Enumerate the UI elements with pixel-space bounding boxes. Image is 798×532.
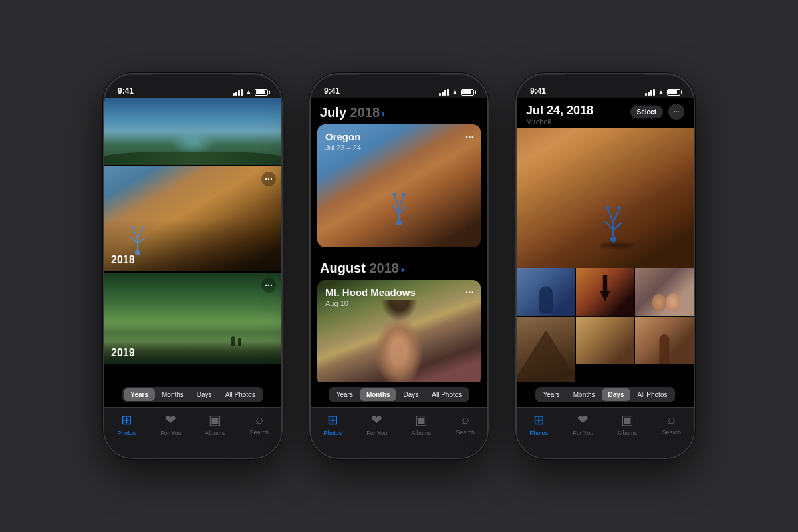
battery-icon-2 bbox=[461, 89, 474, 96]
seg-years-2[interactable]: Years bbox=[330, 388, 360, 401]
svg-line-2 bbox=[130, 237, 138, 243]
tab-photos-2[interactable]: ⊞ Photos bbox=[311, 412, 355, 436]
screen-years: 2018 ··· 2019 ··· Years Months Days bbox=[104, 98, 281, 458]
seg-allphotos-3[interactable]: All Photos bbox=[630, 388, 674, 401]
svg-point-14 bbox=[393, 193, 396, 196]
seg-years-1[interactable]: Years bbox=[124, 388, 155, 401]
seg-days-3[interactable]: Days bbox=[602, 388, 631, 401]
svg-point-7 bbox=[141, 226, 144, 229]
day-date-title: Jul 24, 2018 bbox=[526, 104, 593, 118]
days-scroll[interactable] bbox=[517, 128, 694, 382]
year-2018-menu[interactable]: ··· bbox=[261, 172, 276, 186]
screen-months: July 2018› bbox=[311, 98, 487, 458]
svg-line-3 bbox=[138, 238, 145, 243]
svg-line-20 bbox=[608, 210, 614, 222]
mthood-photo: Mt. Hood Meadows Aug 10 ··· bbox=[317, 280, 481, 382]
oregon-memory-card[interactable]: Oregon Jul 23 – 24 ··· bbox=[317, 124, 481, 247]
svg-line-13 bbox=[399, 196, 404, 207]
tab-photos-1[interactable]: ⊞ Photos bbox=[104, 412, 149, 436]
svg-point-22 bbox=[606, 206, 610, 210]
battery-icon-3 bbox=[667, 89, 680, 96]
year-2018-photo[interactable]: 2018 ··· bbox=[104, 166, 281, 271]
seg-allphotos-2[interactable]: All Photos bbox=[425, 388, 468, 401]
mthood-title: Mt. Hood Meadows bbox=[325, 287, 416, 298]
tab-search-1[interactable]: ⌕ Search bbox=[237, 412, 282, 436]
tab-photos-3[interactable]: ⊞ Photos bbox=[517, 412, 561, 436]
handstand-figure-1 bbox=[128, 225, 148, 258]
day-location: Mitchell bbox=[526, 118, 593, 126]
svg-line-21 bbox=[614, 210, 619, 222]
seg-allphotos-1[interactable]: All Photos bbox=[219, 388, 262, 401]
tab-foryou-1[interactable]: ❤ For You bbox=[149, 412, 194, 436]
seg-years-3[interactable]: Years bbox=[537, 388, 567, 401]
tab-foryou-2[interactable]: ❤ For You bbox=[355, 412, 400, 436]
svg-point-8 bbox=[396, 220, 402, 225]
tab-albums-3[interactable]: ▣ Albums bbox=[605, 412, 650, 436]
month-year-july: 2018 bbox=[350, 105, 380, 120]
grid-cell-sunset[interactable] bbox=[576, 268, 634, 316]
screen-days: Jul 24, 2018 Mitchell Select ··· bbox=[517, 98, 694, 458]
signal-icon-2 bbox=[439, 89, 449, 96]
chevron-july: › bbox=[382, 108, 385, 119]
wifi-icon-1: ▲ bbox=[245, 88, 252, 96]
tab-albums-1[interactable]: ▣ Albums bbox=[193, 412, 237, 436]
mthood-menu[interactable]: ··· bbox=[466, 287, 474, 299]
seg-months-1[interactable]: Months bbox=[155, 388, 190, 401]
years-scroll[interactable]: 2018 ··· 2019 ··· bbox=[104, 98, 281, 382]
phone-days: 9:41 ▲ Jul 24, 2018 Mitchell Select ··· bbox=[515, 73, 695, 459]
albums-icon-3: ▣ bbox=[621, 412, 634, 428]
day-more-menu[interactable]: ··· bbox=[668, 104, 684, 120]
svg-point-15 bbox=[402, 193, 406, 196]
seg-days-1[interactable]: Days bbox=[190, 388, 219, 401]
tab-foryou-3[interactable]: ❤ For You bbox=[561, 412, 606, 436]
search-icon-1: ⌕ bbox=[255, 412, 263, 427]
segment-bar-1: Years Months Days All Photos bbox=[104, 382, 281, 407]
handstand-figure-3 bbox=[602, 205, 626, 245]
segment-pill-1: Years Months Days All Photos bbox=[122, 387, 263, 402]
grid-cell-boy[interactable] bbox=[517, 268, 575, 316]
mountain-shape bbox=[517, 330, 575, 382]
select-button[interactable]: Select bbox=[630, 106, 663, 118]
month-name-july: July bbox=[320, 105, 350, 120]
mthood-memory-card[interactable]: Mt. Hood Meadows Aug 10 ··· bbox=[317, 280, 481, 382]
year-2019-menu[interactable]: ··· bbox=[261, 278, 276, 293]
july-title[interactable]: July 2018› bbox=[320, 105, 478, 120]
albums-icon-2: ▣ bbox=[415, 412, 428, 428]
grid-cell-cliff[interactable] bbox=[576, 317, 634, 364]
grid-cell-mountain[interactable] bbox=[517, 317, 575, 382]
oregon-menu[interactable]: ··· bbox=[466, 131, 474, 143]
svg-line-11 bbox=[399, 207, 406, 213]
oregon-photo: Oregon Jul 23 – 24 ··· bbox=[317, 124, 481, 247]
tab-search-3[interactable]: ⌕ Search bbox=[650, 412, 694, 436]
tab-bar-2: ⊞ Photos ❤ For You ▣ Albums ⌕ Search bbox=[311, 407, 487, 458]
svg-line-18 bbox=[606, 221, 614, 230]
oregon-title: Oregon bbox=[325, 131, 361, 142]
handstand-figure-2 bbox=[389, 191, 409, 227]
segment-bar-2: Years Months Days All Photos bbox=[311, 382, 487, 407]
svg-point-23 bbox=[617, 206, 621, 210]
seg-months-3[interactable]: Months bbox=[567, 388, 602, 401]
photos-icon-3: ⊞ bbox=[533, 412, 545, 428]
svg-line-4 bbox=[133, 229, 138, 238]
grid-cell-person[interactable] bbox=[635, 317, 694, 364]
august-title[interactable]: August 2018› bbox=[320, 261, 478, 276]
tab-albums-2[interactable]: ▣ Albums bbox=[399, 412, 444, 436]
svg-point-0 bbox=[135, 250, 140, 255]
seg-days-2[interactable]: Days bbox=[396, 388, 425, 401]
foryou-icon-1: ❤ bbox=[165, 412, 176, 428]
notch-3 bbox=[565, 74, 645, 92]
chevron-aug: › bbox=[401, 264, 404, 275]
segment-pill-3: Years Months Days All Photos bbox=[535, 387, 676, 402]
svg-line-10 bbox=[392, 205, 399, 213]
palm-tree bbox=[600, 275, 610, 301]
photos-icon-1: ⊞ bbox=[121, 412, 132, 428]
grid-cell-couple[interactable] bbox=[635, 268, 694, 316]
months-scroll[interactable]: July 2018› bbox=[311, 98, 487, 382]
tab-search-2[interactable]: ⌕ Search bbox=[444, 412, 488, 436]
wifi-icon-3: ▲ bbox=[658, 88, 664, 96]
year-2019-photo[interactable]: 2019 ··· bbox=[104, 273, 281, 364]
day-actions: Select ··· bbox=[630, 104, 684, 120]
oregon-date: Jul 23 – 24 bbox=[325, 144, 361, 152]
foryou-icon-3: ❤ bbox=[577, 412, 589, 428]
seg-months-2[interactable]: Months bbox=[360, 388, 397, 401]
